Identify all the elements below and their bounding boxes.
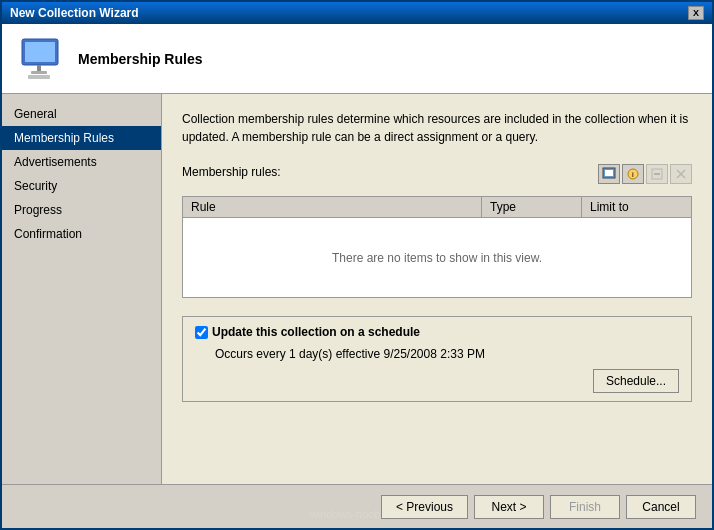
schedule-text: Occurs every 1 day(s) effective 9/25/200…	[195, 347, 679, 361]
rules-toolbar-buttons: i	[598, 164, 692, 184]
description-text: Collection membership rules determine wh…	[182, 110, 692, 146]
sidebar-item-membership-rules[interactable]: Membership Rules	[2, 126, 161, 150]
header-title: Membership Rules	[78, 51, 202, 67]
window-title: New Collection Wizard	[10, 6, 139, 20]
svg-rect-4	[28, 75, 50, 79]
table-empty-row: There are no items to show in this view.	[183, 218, 692, 298]
rules-table: Rule Type Limit to There are no items to…	[182, 196, 692, 298]
previous-button[interactable]: < Previous	[381, 495, 468, 519]
sidebar: General Membership Rules Advertisements …	[2, 94, 162, 484]
table-header-row: Rule Type Limit to	[183, 197, 692, 218]
svg-text:i: i	[632, 170, 634, 179]
close-button[interactable]: X	[688, 6, 704, 20]
schedule-btn-row: Schedule...	[195, 369, 679, 393]
title-bar: New Collection Wizard X	[2, 2, 712, 24]
cancel-button[interactable]: Cancel	[626, 495, 696, 519]
wizard-footer: < Previous Next > Finish Cancel	[2, 484, 712, 528]
schedule-button[interactable]: Schedule...	[593, 369, 679, 393]
sidebar-item-security[interactable]: Security	[2, 174, 161, 198]
schedule-checkbox-label[interactable]: Update this collection on a schedule	[195, 325, 420, 339]
sidebar-item-advertisements[interactable]: Advertisements	[2, 150, 161, 174]
computer-icon	[18, 35, 66, 83]
svg-rect-1	[25, 42, 55, 62]
toolbar-btn-4	[670, 164, 692, 184]
wizard-body: General Membership Rules Advertisements …	[2, 94, 712, 484]
svg-rect-2	[37, 65, 41, 71]
svg-rect-6	[605, 170, 613, 176]
col-type: Type	[482, 197, 582, 218]
title-bar-buttons: X	[688, 6, 704, 20]
wizard-header: Membership Rules	[2, 24, 712, 94]
sidebar-item-progress[interactable]: Progress	[2, 198, 161, 222]
toolbar-btn-3	[646, 164, 668, 184]
content-area: Collection membership rules determine wh…	[162, 94, 712, 484]
rules-toolbar: Membership rules: i	[182, 164, 692, 184]
empty-message: There are no items to show in this view.	[183, 218, 692, 298]
sidebar-item-general[interactable]: General	[2, 102, 161, 126]
schedule-header: Update this collection on a schedule	[195, 325, 679, 339]
membership-rules-label: Membership rules:	[182, 165, 281, 179]
col-rule: Rule	[183, 197, 482, 218]
schedule-checkbox[interactable]	[195, 326, 208, 339]
next-button[interactable]: Next >	[474, 495, 544, 519]
schedule-checkbox-text: Update this collection on a schedule	[212, 325, 420, 339]
col-limit: Limit to	[582, 197, 692, 218]
wizard-window: New Collection Wizard X Membership Rules	[0, 0, 714, 530]
svg-rect-3	[31, 71, 47, 74]
toolbar-btn-1[interactable]	[598, 164, 620, 184]
schedule-section: Update this collection on a schedule Occ…	[182, 316, 692, 402]
toolbar-btn-2[interactable]: i	[622, 164, 644, 184]
sidebar-item-confirmation[interactable]: Confirmation	[2, 222, 161, 246]
finish-button[interactable]: Finish	[550, 495, 620, 519]
